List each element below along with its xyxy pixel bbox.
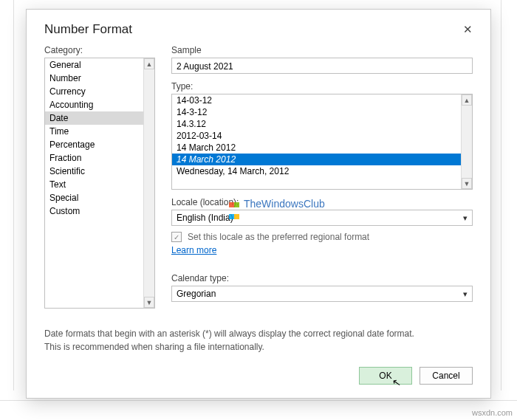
calendar-label: Calendar type: — [171, 273, 473, 283]
sample-label: Sample — [171, 45, 473, 55]
type-item[interactable]: 14 March 2012 — [172, 154, 461, 165]
type-item[interactable]: 14.3.12 — [172, 118, 461, 130]
cursor-icon: ↖ — [391, 376, 403, 389]
category-item[interactable]: Scientific — [45, 165, 143, 178]
dialog-titlebar: Number Format ✕ — [27, 10, 490, 45]
category-item[interactable]: Date — [45, 111, 143, 125]
scroll-down-icon[interactable]: ▼ — [462, 178, 472, 189]
category-item[interactable]: Accounting — [45, 98, 143, 111]
scroll-up-icon[interactable]: ▲ — [462, 94, 472, 106]
footer-note: Date formats that begin with an asterisk… — [27, 319, 490, 354]
category-item[interactable]: Time — [45, 125, 143, 138]
locale-checkbox-label: Set this locale as the preferred regiona… — [188, 232, 369, 242]
windows-logo-icon — [229, 198, 241, 210]
watermark: TheWindowsClub — [229, 198, 325, 210]
category-item[interactable]: Fraction — [45, 151, 143, 165]
locale-preferred-checkbox[interactable]: ✓ — [171, 232, 182, 242]
category-item[interactable]: Text — [45, 178, 143, 191]
category-item[interactable]: Number — [45, 72, 143, 85]
category-item[interactable]: Currency — [45, 85, 143, 98]
category-item[interactable]: General — [45, 58, 143, 72]
sample-value: 2 August 2021 — [171, 58, 473, 74]
type-item[interactable]: Wednesday, 14 March, 2012 — [172, 165, 461, 177]
type-listbox[interactable]: 14-03-1214-3-1214.3.122012-03-1414 March… — [171, 94, 473, 190]
category-label: Category: — [44, 45, 155, 55]
locale-value: English (India) — [177, 213, 233, 223]
dialog-title: Number Format — [44, 22, 132, 37]
type-item[interactable]: 14-03-12 — [172, 94, 461, 106]
source-domain: wsxdn.com — [472, 408, 513, 417]
type-item[interactable]: 14-3-12 — [172, 106, 461, 118]
note-line1: Date formats that begin with an asterisk… — [44, 328, 473, 340]
locale-select[interactable]: English (India) ▾ — [171, 210, 473, 226]
close-icon[interactable]: ✕ — [459, 20, 477, 39]
category-item[interactable]: Percentage — [45, 138, 143, 151]
chevron-down-icon: ▾ — [463, 289, 468, 299]
scroll-up-icon[interactable]: ▲ — [144, 58, 154, 69]
type-scrollbar[interactable]: ▲ ▼ — [461, 94, 472, 189]
calendar-value: Gregorian — [177, 289, 216, 299]
cancel-button[interactable]: Cancel — [420, 367, 473, 385]
type-item[interactable]: 2012-03-14 — [172, 130, 461, 142]
chevron-down-icon: ▾ — [463, 213, 468, 223]
note-line2: This is recommended when sharing a file … — [44, 341, 473, 354]
type-label: Type: — [171, 81, 473, 92]
calendar-select[interactable]: Gregorian ▾ — [171, 286, 473, 302]
category-scrollbar[interactable]: ▲ ▼ — [143, 58, 154, 308]
ok-button[interactable]: OK ↖ — [359, 367, 412, 385]
category-listbox[interactable]: GeneralNumberCurrencyAccountingDateTimeP… — [44, 58, 155, 309]
learn-more-link[interactable]: Learn more — [171, 245, 216, 255]
scroll-down-icon[interactable]: ▼ — [144, 297, 154, 308]
category-item[interactable]: Special — [45, 191, 143, 204]
type-item[interactable]: 14 March 2012 — [172, 142, 461, 154]
category-item[interactable]: Custom — [45, 204, 143, 218]
